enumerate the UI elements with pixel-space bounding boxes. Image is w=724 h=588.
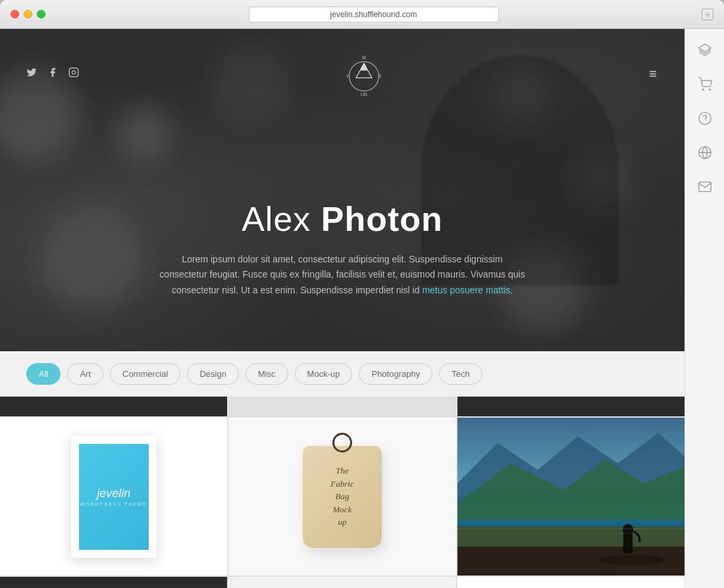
filter-art[interactable]: Art [67,363,103,385]
svg-point-25 [623,524,633,536]
frame-inner: jevelin WORDPRESS THEME [71,436,157,558]
frame-brand: jevelin [97,487,130,501]
filter-design[interactable]: Design [187,363,238,385]
spacer-mid [228,397,455,416]
svg-marker-21 [457,527,685,551]
svg-point-1 [702,89,704,90]
portfolio-item-bag[interactable]: TheFabricBagMockup [228,418,455,576]
portfolio-item-photo[interactable] [457,418,685,576]
close-button[interactable] [11,10,19,18]
bottom-sketch-mid [228,577,455,588]
svg-rect-24 [623,533,633,553]
address-bar: jevelin.shufflehound.com [56,7,691,22]
svg-marker-11 [361,63,368,70]
dark-spacer-left [0,397,227,416]
frame-sub: WORDPRESS THEME [80,502,147,506]
bottom-dark-left [0,577,227,588]
hero-nav: JE V E LIN ≡ [0,29,685,118]
hero-content: Alex Photon Lorem ipsum dolor sit amet, … [0,199,685,299]
layers-icon[interactable] [697,42,713,58]
help-icon[interactable] [697,110,713,126]
svg-rect-7 [69,68,78,76]
twitter-icon[interactable] [26,67,37,80]
site-logo: JE V E LIN [338,47,390,100]
browser-window: jevelin.shufflehound.com + [0,0,724,588]
hero-description-link[interactable]: metus posuere mattis. [422,285,513,295]
svg-point-2 [709,89,710,90]
svg-text:JE: JE [361,55,366,60]
filter-photography[interactable]: Photography [359,363,432,385]
sidebar-panel [685,29,724,588]
maximize-button[interactable] [37,10,45,18]
browser-actions: + [702,9,713,20]
bottom-white-right [457,577,685,588]
instagram-icon[interactable] [68,67,79,80]
sketch-icon [316,583,369,588]
filter-commercial[interactable]: Commercial [110,363,180,385]
browser-toolbar: jevelin.shufflehound.com + [0,0,724,29]
facebook-icon[interactable] [47,67,58,80]
social-icons [26,67,79,80]
mail-icon[interactable] [697,179,713,195]
hero-description: Lorem ipsum dolor sit amet, consectetur … [158,252,527,299]
hamburger-menu[interactable]: ≡ [649,66,658,82]
filter-tech[interactable]: Tech [439,363,482,385]
svg-point-23 [598,554,665,565]
new-tab-button[interactable]: + [702,9,713,20]
filter-bar: All Art Commercial Design Misc Mock-up P… [0,351,685,397]
main-content: JE V E LIN ≡ Alex Photon Lorem ipsum dol… [0,29,685,588]
filter-mockup[interactable]: Mock-up [295,363,353,385]
bag-shape: TheFabricBagMockup [303,446,382,548]
url-input[interactable]: jevelin.shufflehound.com [249,7,499,22]
filter-all[interactable]: All [26,363,61,385]
hero-title: Alex Photon [132,199,553,239]
hero-title-bold: Photon [321,200,443,238]
svg-text:LIN: LIN [361,92,367,97]
dark-spacer-right [457,397,685,416]
portfolio-item-frame[interactable]: jevelin WORDPRESS THEME [0,418,227,576]
hero-section: JE V E LIN ≡ Alex Photon Lorem ipsum dol… [0,29,685,351]
portfolio-grid: jevelin WORDPRESS THEME TheFabricBagMock… [0,397,685,588]
filter-misc[interactable]: Misc [246,363,288,385]
svg-text:V: V [346,74,349,78]
frame-card: jevelin WORDPRESS THEME [79,444,149,550]
browser-dots [11,10,45,18]
landscape-svg [457,418,685,576]
globe-icon[interactable] [697,145,713,160]
bag-tie [332,433,352,453]
minimize-button[interactable] [24,10,32,18]
hero-title-normal: Alex [242,200,321,238]
bag-text: TheFabricBagMockup [324,464,360,529]
cart-icon[interactable] [697,76,713,92]
svg-text:E: E [379,74,382,78]
svg-point-3 [698,112,710,124]
